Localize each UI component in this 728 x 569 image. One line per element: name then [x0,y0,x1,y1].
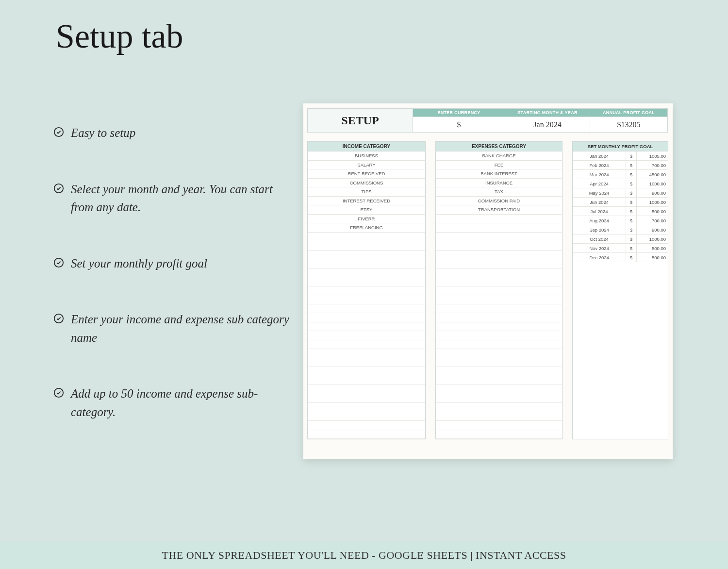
income-category-row[interactable] [308,403,425,412]
expense-category-row[interactable] [436,385,562,394]
expense-category-row[interactable] [436,322,562,332]
monthly-goal-row[interactable]: Sep 2024$900.00 [573,225,668,234]
goal-month: Jun 2024 [573,198,626,206]
income-category-row[interactable] [308,340,425,350]
income-category-row[interactable]: ETSY [308,205,425,215]
goal-month: Oct 2024 [573,234,626,243]
income-category-row[interactable] [308,367,425,376]
monthly-goal-row[interactable]: Mar 2024$4500.00 [573,170,668,179]
income-category-row[interactable] [308,358,425,368]
monthly-goal-header: SET MONTHLY PROFIT GOAL [573,142,668,151]
income-category-row[interactable]: SALARY [308,161,425,170]
monthly-goal-row[interactable]: Jul 2024$500.00 [573,207,668,216]
income-category-row[interactable]: RENT RECEIVED [308,169,425,179]
income-category-row[interactable] [308,421,425,430]
income-category-row[interactable] [308,241,425,251]
expense-category-row[interactable] [436,251,562,260]
expense-category-row[interactable] [436,268,562,278]
expense-category-row[interactable] [436,376,562,385]
expense-category-row[interactable] [436,277,562,286]
income-category-row[interactable]: FIVERR [308,215,425,224]
expense-category-header: EXPENSES CATEGORY [436,142,562,151]
expense-category-row[interactable]: FEE [436,161,562,170]
monthly-goal-row[interactable]: Oct 2024$1000.00 [573,234,668,244]
annual-goal-value[interactable]: $13205 [590,117,668,133]
income-category-row[interactable] [308,277,425,286]
expense-category-row[interactable] [436,304,562,314]
svg-point-1 [54,184,63,192]
expense-category-row[interactable] [436,215,562,224]
goal-amount: 900.00 [637,225,668,234]
income-category-row[interactable] [308,331,425,340]
income-category-row[interactable] [308,233,425,242]
income-category-row[interactable] [308,259,425,268]
expense-category-row[interactable]: TAX [436,187,562,197]
expense-category-row[interactable] [436,331,562,340]
currency-value[interactable]: $ [413,117,505,133]
expense-category-row[interactable]: INSURANCE [436,179,562,188]
expense-category-row[interactable] [436,286,562,296]
goal-currency: $ [626,179,637,188]
expense-category-row[interactable] [436,295,562,304]
income-category-row[interactable] [308,349,425,358]
income-category-row[interactable] [308,295,425,304]
goal-amount: 700.00 [637,161,668,169]
income-category-row[interactable] [308,430,425,439]
expense-category-row[interactable] [436,233,562,242]
expense-category-row[interactable] [436,358,562,368]
starting-month-value[interactable]: Jan 2024 [505,117,590,133]
income-category-row[interactable] [308,286,425,296]
goal-currency: $ [626,207,637,216]
bullet-text: Enter your income and expense sub catego… [71,310,291,347]
expense-category-row[interactable]: BANK INTEREST [436,169,562,179]
expense-category-row[interactable]: BANK CHARGE [436,151,562,161]
income-category-row[interactable] [308,394,425,403]
expense-category-row[interactable] [436,394,562,403]
income-category-row[interactable]: COMMISSIONS [308,179,425,188]
income-category-row[interactable] [308,376,425,385]
expense-category-row[interactable] [436,412,562,421]
expense-category-row[interactable] [436,223,562,233]
feature-bullets: Easy to setupSelect your month and year.… [53,124,291,459]
income-category-row[interactable]: INTEREST RECEIVED [308,197,425,206]
monthly-goal-row[interactable]: Nov 2024$500.00 [573,244,668,253]
svg-point-2 [54,258,63,267]
expense-category-row[interactable] [436,259,562,268]
income-category-row[interactable] [308,313,425,322]
income-category-row[interactable] [308,322,425,332]
income-category-row[interactable] [308,385,425,394]
expense-category-row[interactable] [436,313,562,322]
income-category-row[interactable] [308,251,425,260]
monthly-goal-row[interactable]: Dec 2024$500.00 [573,253,668,262]
monthly-goal-row[interactable]: Jan 2024$1005.00 [573,151,668,161]
income-category-row[interactable] [308,412,425,421]
expense-category-row[interactable] [436,430,562,439]
expense-category-row[interactable] [436,403,562,412]
monthly-goal-row[interactable]: May 2024$900.00 [573,188,668,198]
monthly-goal-row[interactable]: Feb 2024$700.00 [573,161,668,170]
monthly-goal-row[interactable]: Jun 2024$1000.00 [573,198,668,207]
monthly-goal-row[interactable]: Aug 2024$700.00 [573,216,668,225]
expense-category-row[interactable] [436,349,562,358]
expense-category-row[interactable] [436,340,562,350]
income-category-row[interactable] [308,268,425,278]
income-category-row[interactable] [308,304,425,314]
income-category-row[interactable]: BUSINESS [308,151,425,161]
bullet-text: Easy to setup [71,124,135,142]
bullet-text: Add up to 50 income and expense sub-cate… [71,385,291,421]
expense-category-row[interactable] [436,367,562,376]
check-circle-icon [53,127,64,137]
monthly-goal-row[interactable]: Apr 2024$1000.00 [573,179,668,188]
check-circle-icon [53,387,64,398]
income-category-row[interactable]: FREELANCING [308,223,425,233]
income-category-row[interactable]: TIPS [308,187,425,197]
expense-category-row[interactable]: COMMISSION PAID [436,197,562,206]
expense-category-row[interactable] [436,241,562,251]
goal-amount: 1000.00 [637,234,668,243]
expense-category-row[interactable]: TRANSPORTATION [436,205,562,215]
starting-month-header: STARTING MONTH & YEAR [505,108,590,117]
goal-month: Feb 2024 [573,161,626,169]
expense-category-row[interactable] [436,421,562,430]
svg-point-3 [54,314,63,323]
monthly-goal-table: SET MONTHLY PROFIT GOAL Jan 2024$1005.00… [572,141,668,439]
